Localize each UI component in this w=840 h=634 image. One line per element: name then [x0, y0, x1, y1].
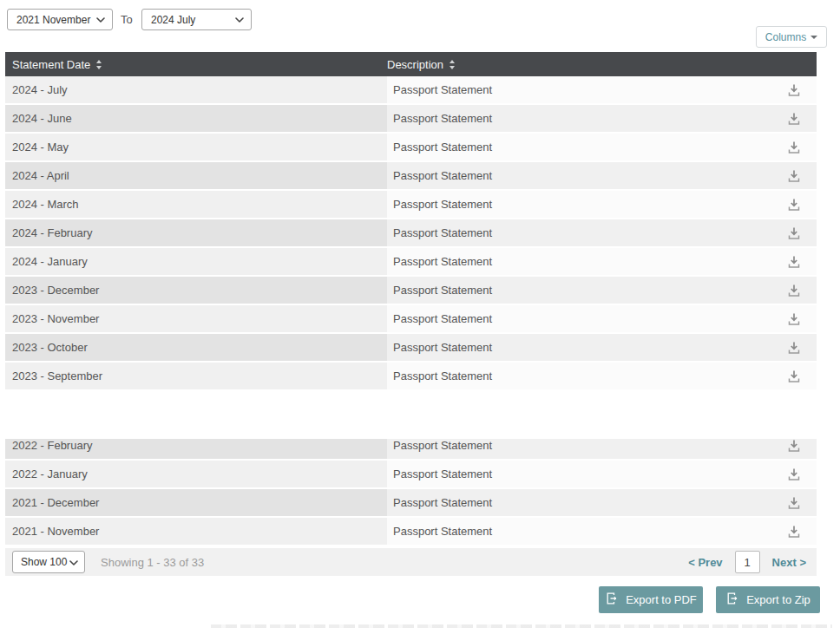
table-row: 2024 - June Passport Statement	[5, 105, 817, 134]
columns-button[interactable]: Columns	[756, 26, 827, 48]
statement-date-cell: 2024 - May	[5, 134, 387, 160]
export-to-pdf-button[interactable]: Export to PDF	[599, 586, 703, 613]
showing-count-text: Showing 1 - 33 of 33	[101, 556, 204, 569]
description-cell: Passport Statement	[387, 162, 771, 189]
export-to-zip-label: Export to Zip	[746, 593, 810, 606]
download-cell	[771, 105, 817, 132]
table-row: 2023 - October Passport Statement	[5, 334, 817, 363]
table-row: 2022 - February Passport Statement	[5, 439, 817, 461]
statement-date-cell: 2024 - January	[5, 248, 387, 275]
download-icon[interactable]	[787, 141, 801, 154]
download-cell	[771, 162, 817, 189]
table-row: 2024 - April Passport Statement	[5, 162, 817, 191]
description-cell: Passport Statement	[387, 334, 771, 361]
table-row: 2021 - November Passport Statement	[5, 518, 817, 546]
from-date-value: 2021 November	[16, 14, 90, 26]
download-cell	[771, 334, 817, 361]
download-icon[interactable]	[787, 83, 801, 97]
table-row: 2024 - February Passport Statement	[5, 219, 817, 248]
table-row: 2024 - July Passport Statement	[5, 76, 817, 105]
download-cell	[771, 363, 817, 389]
caret-down-icon	[810, 36, 817, 39]
download-icon[interactable]	[787, 284, 801, 297]
description-cell: Passport Statement	[387, 363, 771, 389]
download-cell	[771, 461, 817, 487]
statement-date-cell: 2023 - November	[5, 305, 387, 332]
page-size-value: Show 100	[21, 556, 67, 568]
pagination: < Prev 1 Next >	[688, 551, 817, 573]
download-cell	[771, 489, 817, 516]
download-cell	[771, 305, 817, 332]
statements-table-bottom: 2022 - February Passport Statement 2022 …	[5, 439, 817, 546]
export-icon	[605, 592, 619, 608]
download-icon[interactable]	[787, 369, 801, 383]
statement-date-cell: 2021 - December	[5, 489, 387, 516]
download-icon[interactable]	[787, 496, 801, 510]
statements-table-bottom-clip: 2022 - February Passport Statement 2022 …	[5, 439, 817, 546]
description-cell: Passport Statement	[387, 248, 771, 275]
description-cell: Passport Statement	[387, 461, 771, 487]
download-icon[interactable]	[787, 341, 801, 355]
table-row: 2023 - November Passport Statement	[5, 305, 817, 334]
page-size-select[interactable]: Show 100	[12, 551, 85, 573]
table-row: 2024 - January Passport Statement	[5, 248, 817, 277]
table-row: 2023 - September Passport Statement	[5, 363, 817, 391]
download-icon[interactable]	[787, 112, 801, 126]
table-row: 2024 - May Passport Statement	[5, 134, 817, 162]
statements-table-top: 2024 - July Passport Statement 2024 - Ju…	[5, 76, 817, 391]
chevron-down-icon	[96, 17, 105, 23]
download-icon[interactable]	[787, 169, 801, 183]
download-icon[interactable]	[787, 467, 801, 481]
from-date-select[interactable]: 2021 November	[7, 9, 113, 30]
prev-page-button[interactable]: < Prev	[688, 556, 722, 569]
description-cell: Passport Statement	[387, 489, 771, 516]
to-date-select[interactable]: 2024 July	[141, 9, 252, 30]
download-cell	[771, 439, 817, 459]
statements-page: 2021 November To 2024 July Columns State…	[0, 0, 840, 634]
table-row: 2021 - December Passport Statement	[5, 489, 817, 518]
download-icon[interactable]	[787, 226, 801, 240]
table-row: 2024 - March Passport Statement	[5, 191, 817, 219]
column-header-statement-date[interactable]: Statement Date	[5, 58, 387, 71]
download-cell	[771, 277, 817, 304]
export-to-zip-button[interactable]: Export to Zip	[716, 586, 820, 613]
description-cell: Passport Statement	[387, 134, 771, 160]
statement-date-cell: 2024 - July	[5, 76, 387, 103]
column-header-label: Description	[387, 58, 443, 71]
statement-date-cell: 2024 - June	[5, 105, 387, 132]
chevron-down-icon	[69, 556, 78, 568]
columns-button-label: Columns	[765, 31, 806, 43]
statement-date-cell: 2023 - October	[5, 334, 387, 361]
to-label: To	[121, 13, 133, 26]
statement-date-cell: 2023 - December	[5, 277, 387, 304]
description-cell: Passport Statement	[387, 219, 771, 246]
statement-date-cell: 2024 - March	[5, 191, 387, 218]
download-icon[interactable]	[787, 439, 801, 453]
table-footer: Show 100 Showing 1 - 33 of 33 < Prev 1 N…	[5, 548, 817, 576]
description-cell: Passport Statement	[387, 518, 771, 545]
download-icon[interactable]	[787, 312, 801, 326]
download-cell	[771, 248, 817, 275]
statement-date-cell: 2023 - September	[5, 363, 387, 389]
clipped-text-artifact	[211, 624, 832, 628]
download-icon[interactable]	[787, 525, 801, 539]
export-icon	[725, 592, 739, 608]
description-cell: Passport Statement	[387, 105, 771, 132]
statement-date-cell: 2024 - April	[5, 162, 387, 189]
download-icon[interactable]	[787, 255, 801, 269]
current-page-button[interactable]: 1	[735, 551, 760, 573]
table-header: Statement Date Description	[5, 52, 817, 76]
description-cell: Passport Statement	[387, 305, 771, 332]
column-header-description[interactable]: Description	[387, 58, 456, 71]
next-page-button[interactable]: Next >	[772, 556, 806, 569]
sort-icon	[95, 60, 102, 69]
statement-date-cell: 2022 - February	[5, 439, 387, 459]
download-cell	[771, 76, 817, 103]
column-header-label: Statement Date	[12, 58, 90, 71]
to-date-value: 2024 July	[151, 14, 195, 26]
sort-icon	[449, 60, 456, 69]
download-cell	[771, 219, 817, 246]
download-icon[interactable]	[787, 198, 801, 212]
statement-date-cell: 2024 - February	[5, 219, 387, 246]
download-cell	[771, 134, 817, 160]
